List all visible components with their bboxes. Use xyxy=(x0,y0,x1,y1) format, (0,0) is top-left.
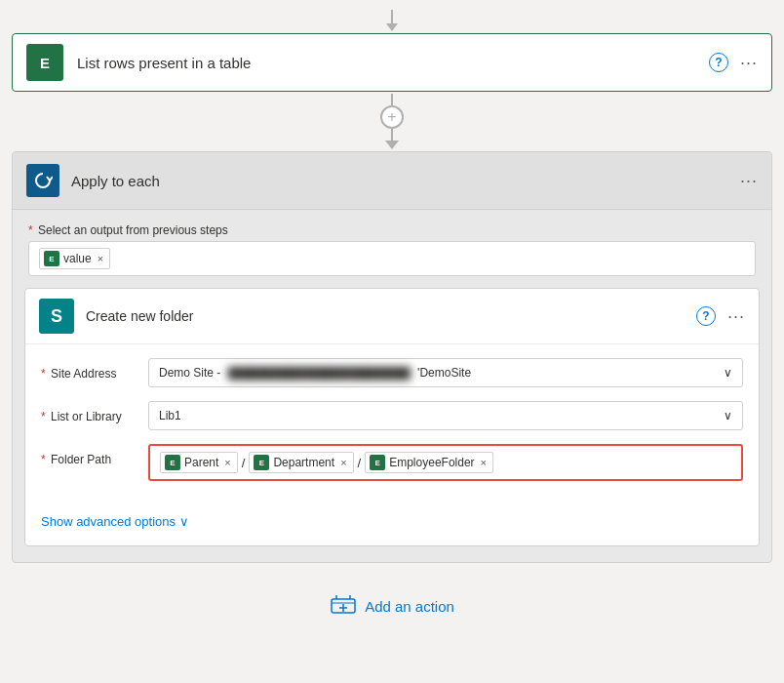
plus-connector: + xyxy=(380,94,404,149)
parent-token-close[interactable]: × xyxy=(224,457,230,468)
select-output-label: * Select an output from previous steps xyxy=(28,223,756,237)
separator-2: / xyxy=(358,456,362,470)
apply-each-title: Apply to each xyxy=(71,173,740,189)
select-output-input[interactable]: E value × xyxy=(28,241,756,276)
create-folder-actions: ? ··· xyxy=(696,306,745,327)
plus-connector-line-top xyxy=(391,94,393,105)
advanced-options-label: Show advanced options xyxy=(41,514,176,529)
add-action-button[interactable]: Add an action xyxy=(310,586,474,625)
add-action-icon xyxy=(330,594,357,618)
employee-folder-token: E EmployeeFolder × xyxy=(365,452,493,473)
advanced-options-section: Show advanced options ∨ xyxy=(25,508,759,545)
site-address-label: * Site Address xyxy=(41,358,148,382)
department-token: E Department × xyxy=(249,452,353,473)
plus-connector-line-bottom xyxy=(391,129,393,141)
excel-help-button[interactable]: ? xyxy=(709,53,728,72)
top-connector-line xyxy=(391,10,393,23)
apply-each-more-button[interactable]: ··· xyxy=(740,171,758,191)
add-action-label: Add an action xyxy=(365,598,454,615)
employee-folder-token-label: EmployeeFolder xyxy=(389,456,474,469)
apply-each-wrapper: Apply to each ··· * Select an output fro… xyxy=(12,151,772,563)
advanced-options-chevron: ∨ xyxy=(179,514,189,529)
site-address-blurred: ████████████████████████ xyxy=(228,367,411,379)
department-token-close[interactable]: × xyxy=(340,457,346,468)
site-address-dropdown[interactable]: Demo Site - ████████████████████████ 'De… xyxy=(148,358,743,387)
create-folder-card: S Create new folder ? ··· * Site Address xyxy=(24,288,760,546)
create-folder-help-button[interactable]: ? xyxy=(696,306,716,326)
separator-1: / xyxy=(242,456,246,470)
list-library-row: * List or Library Lib1 ∨ xyxy=(41,401,743,430)
site-address-row: * Site Address Demo Site - █████████████… xyxy=(41,358,743,387)
excel-icon-letter: E xyxy=(40,55,50,71)
select-output-section: * Select an output from previous steps E… xyxy=(28,223,756,276)
site-address-content: Demo Site - ████████████████████████ 'De… xyxy=(148,358,743,387)
parent-token-label: Parent xyxy=(184,456,218,469)
folder-path-row: * Folder Path E Parent × xyxy=(41,444,743,481)
site-address-value: Demo Site - ████████████████████████ 'De… xyxy=(159,366,724,380)
excel-card-actions: ? ··· xyxy=(709,53,758,73)
list-library-label: * List or Library xyxy=(41,401,148,425)
parent-token-icon: E xyxy=(165,455,180,470)
folder-path-input[interactable]: E Parent × / E Departmen xyxy=(148,444,743,481)
list-library-dropdown[interactable]: Lib1 ∨ xyxy=(148,401,743,430)
value-token: E value × xyxy=(39,248,110,269)
create-folder-title: Create new folder xyxy=(86,308,696,324)
list-library-value: Lib1 xyxy=(159,409,724,422)
department-token-label: Department xyxy=(273,456,334,469)
apply-each-header: Apply to each ··· xyxy=(13,152,771,210)
create-folder-form: * Site Address Demo Site - █████████████… xyxy=(25,344,759,508)
list-library-chevron: ∨ xyxy=(724,409,732,422)
plus-connector-arrow xyxy=(385,141,399,149)
site-address-chevron: ∨ xyxy=(724,366,732,380)
department-token-icon: E xyxy=(254,455,269,470)
loop-icon xyxy=(26,164,59,197)
value-token-label: value xyxy=(63,252,92,265)
employee-folder-token-close[interactable]: × xyxy=(481,457,487,468)
top-connector-arrow xyxy=(386,23,398,31)
excel-card-title: List rows present in a table xyxy=(77,55,709,71)
value-token-icon: E xyxy=(44,251,59,266)
excel-card: E List rows present in a table ? ··· xyxy=(12,33,772,92)
show-advanced-options-link[interactable]: Show advanced options ∨ xyxy=(41,514,189,529)
excel-more-button[interactable]: ··· xyxy=(740,53,758,73)
folder-path-content: E Parent × / E Departmen xyxy=(148,444,743,481)
folder-path-label: * Folder Path xyxy=(41,444,148,468)
add-step-button[interactable]: + xyxy=(380,105,404,129)
create-folder-header: S Create new folder ? ··· xyxy=(25,289,759,344)
employee-folder-token-icon: E xyxy=(370,455,385,470)
create-folder-more-button[interactable]: ··· xyxy=(727,306,745,327)
excel-icon: E xyxy=(26,44,63,81)
value-token-close[interactable]: × xyxy=(98,253,103,264)
add-action-section: Add an action xyxy=(310,586,474,625)
list-library-content: Lib1 ∨ xyxy=(148,401,743,430)
parent-token: E Parent × xyxy=(160,452,238,473)
sharepoint-icon: S xyxy=(39,299,74,334)
